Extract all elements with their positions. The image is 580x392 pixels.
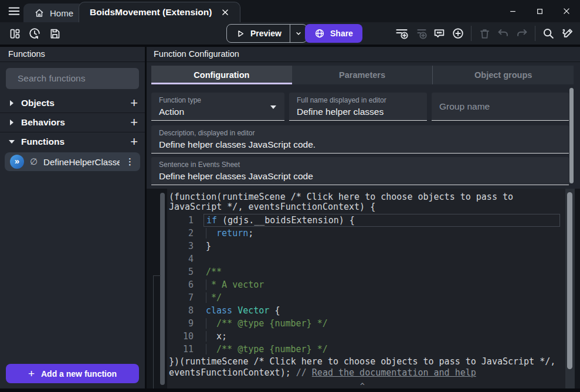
line-number: 5	[169, 265, 194, 278]
search-functions-input[interactable]	[18, 73, 135, 84]
delete-button[interactable]	[476, 25, 493, 42]
circle-plus-icon	[452, 27, 464, 40]
code-line-1[interactable]: 1if (gdjs.__boidsExtension) {	[169, 214, 575, 227]
tab-home[interactable]: Home	[23, 4, 84, 22]
code-line-content[interactable]: /** @type {number} */	[203, 343, 560, 356]
section-label: Behaviors	[21, 117, 130, 128]
code-line-content[interactable]: return;	[203, 227, 560, 240]
add-new-function-button[interactable]: + Add a new function	[6, 364, 139, 383]
search-icon	[542, 27, 555, 40]
code-line-10[interactable]: 10 x;	[169, 330, 575, 343]
divider	[535, 26, 535, 41]
extension-structure-tree: Objects+Behaviors+Functions+ » ∅ DefineH…	[0, 94, 145, 171]
documentation-link[interactable]: Read the documentation and help	[312, 367, 476, 378]
editor-scrollbar-track[interactable]	[565, 189, 575, 388]
sidebar-section-functions[interactable]: Functions+	[0, 132, 145, 151]
window-close-button[interactable]	[553, 0, 580, 22]
scroll-down-hint: ^	[169, 382, 556, 388]
tab-object-groups[interactable]: Object groups	[432, 66, 574, 84]
sentence-input[interactable]	[159, 169, 561, 183]
main-menu-button[interactable]	[5, 0, 23, 22]
code-line-content[interactable]: /**	[203, 265, 560, 278]
version-history-button[interactable]	[26, 25, 43, 42]
redo-button[interactable]	[513, 25, 531, 42]
close-tab-icon[interactable]	[221, 8, 229, 16]
code-line-content[interactable]: * A vector	[203, 278, 560, 291]
indent-guide	[206, 331, 206, 342]
code-header-line[interactable]: (function(runtimeScene /* Click here to …	[169, 192, 575, 202]
tab-parameters[interactable]: Parameters	[292, 66, 433, 84]
indent-guide	[206, 292, 206, 303]
code-line-content[interactable]: }	[203, 240, 560, 253]
sentence-field[interactable]: Sentence in Events Sheet	[151, 157, 569, 185]
events-sheet-scrollbar[interactable]	[160, 193, 165, 385]
code-line-2[interactable]: 2 return;	[169, 227, 575, 240]
search-events-button[interactable]	[540, 25, 557, 42]
add-subevent-icon	[413, 26, 428, 40]
add-objects-button[interactable]: +	[130, 97, 138, 109]
code-line-content[interactable]: */	[203, 291, 560, 304]
group-name-input[interactable]	[439, 100, 561, 113]
tab-boidsmovement-extension[interactable]: BoidsMovement (Extension)	[79, 2, 240, 22]
code-line-3[interactable]: 3}	[169, 240, 575, 253]
configuration-scrollbar[interactable]	[569, 88, 574, 183]
code-line-11[interactable]: 11 /** @type {number} */	[169, 343, 575, 356]
code-line-6[interactable]: 6 * A vector	[169, 278, 575, 291]
editor-scrollbar-thumb[interactable]	[567, 192, 572, 369]
main-toolbar: Preview Share	[0, 22, 580, 46]
action-function-icon: »	[10, 155, 24, 169]
edit-function-button[interactable]	[558, 25, 576, 42]
add-functions-button[interactable]: +	[130, 136, 138, 148]
code-line-8[interactable]: 8class Vector {	[169, 304, 575, 317]
open-editors-panel-button[interactable]	[6, 25, 23, 42]
add-event-button[interactable]	[393, 25, 411, 42]
full-name-label: Full name displayed in editor	[297, 96, 419, 105]
sidebar-section-behaviors[interactable]: Behaviors+	[0, 113, 145, 132]
code-line-7[interactable]: 7 */	[169, 291, 575, 304]
code-line-4[interactable]: 4	[169, 253, 575, 265]
search-functions-box[interactable]	[6, 68, 139, 89]
code-lines[interactable]: 1if (gdjs.__boidsExtension) {2 return;3}…	[169, 214, 575, 356]
add-subevent-button[interactable]	[412, 25, 429, 42]
function-configuration-panel: Function Configuration Configuration Par…	[147, 47, 580, 388]
indent-guide	[206, 318, 206, 329]
save-floppy-icon	[49, 28, 61, 40]
line-number: 3	[169, 240, 194, 253]
code-line-content[interactable]: /** @type {number} */	[203, 317, 560, 330]
chevron-right-icon	[9, 100, 15, 106]
window-minimize-button[interactable]	[499, 0, 526, 22]
full-name-input[interactable]	[297, 105, 419, 118]
code-line-content[interactable]: class Vector {	[203, 304, 560, 317]
description-field[interactable]: Description, displayed in editor	[151, 125, 569, 154]
globe-icon	[314, 28, 325, 39]
code-header-line[interactable]: JavaScript */, eventsFunctionContext) {	[169, 202, 575, 212]
preview-button[interactable]: Preview	[227, 25, 290, 42]
save-button[interactable]	[46, 25, 63, 42]
add-behaviors-button[interactable]: +	[130, 117, 138, 128]
code-line-content[interactable]	[203, 253, 560, 265]
full-name-field[interactable]: Full name displayed in editor	[289, 93, 427, 121]
undo-button[interactable]	[494, 25, 512, 42]
window-maximize-button[interactable]	[526, 0, 553, 22]
code-line-content[interactable]: if (gdjs.__boidsExtension) {	[203, 214, 560, 227]
function-item-definehelperclasses[interactable]: » ∅ DefineHelperClasses ⋮	[5, 152, 140, 171]
indent-guide	[206, 344, 206, 354]
edit-pencil-icon	[561, 27, 574, 40]
line-number: 7	[169, 291, 194, 304]
events-code-panel: (function(runtimeScene /* Click here to …	[147, 189, 580, 388]
share-button[interactable]: Share	[305, 24, 362, 43]
item-context-menu-button[interactable]: ⋮	[126, 156, 134, 167]
tab-configuration[interactable]: Configuration	[151, 66, 292, 84]
choose-and-add-event-button[interactable]	[449, 25, 467, 42]
add-comment-button[interactable]	[430, 25, 448, 42]
code-line-9[interactable]: 9 /** @type {number} */	[169, 317, 575, 330]
preview-options-dropdown[interactable]	[290, 25, 307, 42]
javascript-code-editor[interactable]: (function(runtimeScene /* Click here to …	[167, 189, 575, 388]
group-name-field[interactable]	[432, 93, 569, 121]
description-input[interactable]	[159, 138, 561, 151]
function-type-select[interactable]: Function type Action	[151, 93, 284, 121]
sidebar-section-objects[interactable]: Objects+	[0, 94, 145, 113]
code-line-content[interactable]: x;	[203, 330, 560, 343]
trash-icon	[479, 28, 491, 40]
code-line-5[interactable]: 5/**	[169, 265, 575, 278]
